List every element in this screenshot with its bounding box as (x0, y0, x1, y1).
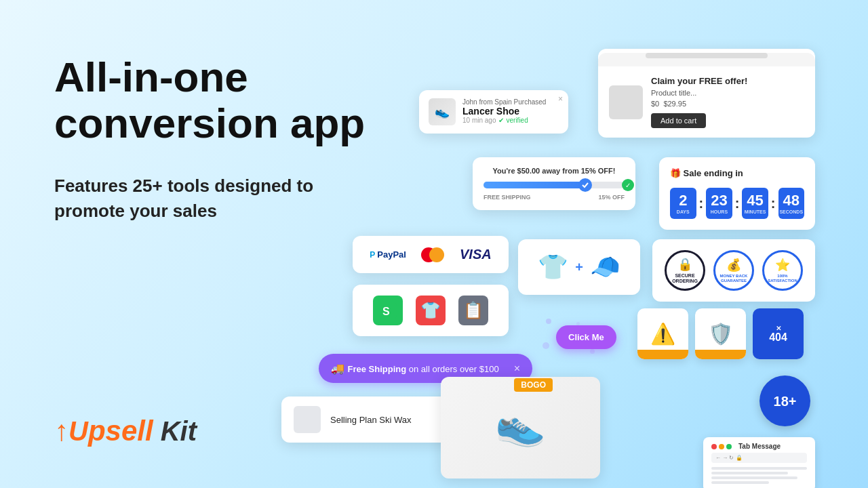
notification-close-button[interactable]: × (558, 94, 563, 104)
free-shipping-close-button[interactable]: × (514, 363, 520, 375)
countdown-seconds-label: SECONDS (779, 209, 803, 214)
upsell-body: Claim your FREE offer! Product title... … (598, 66, 815, 138)
logo-icon: ↑ (54, 415, 68, 447)
trust-badge-sat-icon: ⭐ (775, 258, 790, 272)
trust-badge-sat-label: 100% SATISFACTION (764, 274, 801, 283)
countdown-separator-3: : (771, 196, 776, 211)
trust-badge-money-back: 💰 MONEY BACK GUARANTEE (713, 250, 754, 291)
upsell-card: Claim your FREE offer! Product title... … (598, 49, 815, 138)
progress-check-icon: ✓ (622, 179, 634, 191)
upsell-header-bar (646, 53, 768, 58)
age-verification-number: 18+ (774, 394, 797, 408)
tab-maximize-dot (726, 444, 732, 449)
payment-icons-card: P PayPal VISA (353, 236, 509, 273)
tab-minimize-dot (719, 444, 724, 449)
visa-icon: VISA (460, 247, 492, 262)
tab-message-lines (711, 467, 807, 484)
tab-message-card: Tab Message ← → ↻ 🔒 (703, 437, 815, 488)
countdown-title: 🎁 Sale ending in (670, 168, 804, 178)
mini-icon-warning: ⚠️ (637, 308, 688, 359)
trust-badge-money-label: MONEY BACK GUARANTEE (715, 274, 752, 283)
progress-bar-fill (484, 182, 585, 188)
countdown-hours-value: 23 (711, 193, 727, 208)
tab-url-bar: ← → ↻ 🔒 (711, 453, 807, 463)
countdown-hours-label: HOURS (711, 209, 728, 214)
upsell-info: Claim your FREE offer! Product title... … (651, 76, 804, 128)
notification-product: Lancer Shoe (462, 106, 559, 117)
trust-badge-secure-label: SECURE ORDERING (667, 273, 703, 285)
upsell-header (598, 53, 815, 66)
trust-badge-satisfaction: ⭐ 100% SATISFACTION (762, 250, 803, 291)
tab-header: Tab Message (711, 443, 807, 450)
trust-badge-secure: 🔒 SECURE ORDERING (665, 250, 705, 291)
progress-labels: FREE SHIPPING 15% OFF (484, 194, 625, 201)
notification-verified: ✔ verified (498, 117, 528, 124)
upsell-product-image (609, 85, 643, 119)
countdown-separator-2: : (735, 196, 740, 211)
upsell-add-to-cart-button[interactable]: Add to cart (651, 113, 706, 128)
countdown-separator-1: : (699, 196, 704, 211)
progress-bar-thumb (578, 178, 592, 192)
bundle-item-2: 🧢 (590, 253, 620, 281)
trust-badges-card: 🔒 SECURE ORDERING 💰 MONEY BACK GUARANTEE… (652, 239, 815, 302)
mini-icon-404: ✕ 404 (753, 308, 804, 359)
integration-icons-card: S 👕 📋 (353, 285, 509, 336)
hero-title: All-in-one conversion app (54, 54, 380, 146)
bundle-card: 👕 + 🧢 (518, 239, 640, 295)
progress-bar-background: ✓ (484, 182, 625, 188)
integration-icon-gray: 📋 (458, 296, 488, 325)
integration-icon-green: S (373, 296, 403, 325)
logo-rest: psell (88, 415, 153, 447)
progress-text: You're $50.00 away from 15% OFF! (484, 167, 625, 175)
bogo-badge: BOGO (514, 378, 553, 392)
hero-section: All-in-one conversion app Features 25+ t… (54, 54, 380, 223)
countdown-blocks: 2 DAYS : 23 HOURS : 45 MINUTES : 48 SECO… (670, 188, 804, 219)
paypal-icon: P PayPal (370, 249, 406, 260)
click-me-button[interactable]: Click Me (556, 325, 616, 349)
selling-plan-image (294, 406, 321, 433)
upsell-product-title: Product title... (651, 89, 804, 97)
countdown-minutes-value: 45 (747, 193, 763, 208)
hero-subtitle-line2: promote your sales (54, 201, 217, 221)
countdown-hours-block: 23 HOURS (706, 188, 732, 219)
bogo-product-image: 👟 (495, 401, 546, 449)
countdown-minutes-block: 45 MINUTES (742, 188, 768, 219)
hero-title-line1: All-in-one (54, 54, 248, 100)
hero-title-line2: conversion app (54, 100, 365, 146)
countdown-days-label: DAYS (677, 209, 690, 214)
free-shipping-text: 🚚 Free Shipping on all orders over $100 (331, 362, 499, 375)
mini-icons-row: ⚠️ 🛡️ ✕ 404 (637, 308, 804, 359)
mini-icon-shield: 🛡️ (695, 308, 746, 359)
svg-text:S: S (382, 306, 390, 317)
logo: ↑ U psell Kit (54, 415, 197, 447)
selling-plan-name: Selling Plan Ski Wax (330, 415, 443, 425)
logo-kit: Kit (153, 416, 197, 447)
notification-time: 10 min ago ✔ verified (462, 117, 559, 124)
hero-subtitle-line1: Features 25+ tools designed to (54, 176, 313, 196)
upsell-prices: $0 $29.95 (651, 100, 804, 108)
countdown-seconds-value: 48 (783, 193, 800, 208)
trust-badge-money-icon: 💰 (726, 258, 741, 272)
logo-u: U (68, 416, 88, 447)
mastercard-icon (421, 247, 444, 262)
tab-close-dot (711, 444, 717, 449)
countdown-minutes-label: MINUTES (745, 209, 766, 214)
countdown-seconds-block: 48 SECONDS (778, 188, 805, 219)
notification-content: John from Spain Purchased Lancer Shoe 10… (462, 98, 559, 124)
notification-image: 👟 (429, 98, 456, 125)
upsell-claim: Claim your FREE offer! (651, 76, 804, 86)
notification-card: 👟 John from Spain Purchased Lancer Shoe … (419, 90, 568, 134)
countdown-card: 🎁 Sale ending in 2 DAYS : 23 HOURS : 45 … (659, 157, 815, 230)
countdown-days-value: 2 (679, 193, 687, 208)
age-verification-badge: 18+ (760, 375, 810, 426)
tab-window-controls (711, 444, 732, 449)
bundle-item-1: 👕 (538, 253, 568, 281)
hero-subtitle: Features 25+ tools designed to promote y… (54, 174, 380, 223)
countdown-days-block: 2 DAYS (670, 188, 696, 219)
progress-bar-card: You're $50.00 away from 15% OFF! ✓ FREE … (473, 157, 635, 210)
notification-from: John from Spain Purchased (462, 98, 559, 106)
bogo-card: 👟 (441, 377, 600, 479)
tab-title: Tab Message (738, 443, 781, 450)
integration-icon-red: 👕 (416, 296, 446, 325)
trust-badge-secure-icon: 🔒 (677, 257, 692, 272)
